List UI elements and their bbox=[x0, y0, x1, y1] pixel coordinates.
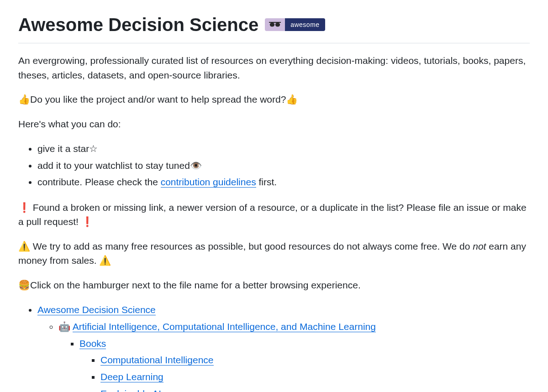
heres-what-text: Here's what you can do: bbox=[18, 117, 530, 131]
warning-icon: ⚠️ bbox=[18, 241, 30, 251]
hamburger-tip-text: Click on the hamburger next to the file … bbox=[30, 280, 361, 290]
svg-point-0 bbox=[270, 22, 274, 26]
toc-item: 🤖 Artificial Intelligence, Computational… bbox=[58, 319, 530, 392]
thumbs-up-icon: 👍 bbox=[286, 94, 298, 105]
toc-item: Books Computational Intelligence Deep Le… bbox=[79, 336, 530, 392]
page-title: Awesome Decision Science awesome bbox=[18, 11, 530, 43]
action-contribute: contribute. Please check the contributio… bbox=[37, 174, 530, 190]
toc-deep-link[interactable]: Deep Learning bbox=[100, 371, 163, 382]
toc-books-link[interactable]: Books bbox=[79, 338, 106, 349]
readme-document: Awesome Decision Science awesome An ever… bbox=[0, 11, 548, 392]
toc-xai-link[interactable]: Explainable AI bbox=[100, 388, 161, 392]
action-list: give it a star☆ add it to your watchlist… bbox=[18, 141, 530, 190]
toc-compint-link[interactable]: Computational Intelligence bbox=[100, 355, 214, 366]
robot-icon: 🤖 bbox=[58, 321, 70, 332]
free-resources-notice: ⚠️ We try to add as many free resources … bbox=[18, 239, 530, 268]
like-prompt: 👍Do you like the project and/or want to … bbox=[18, 92, 530, 107]
awesome-badge[interactable]: awesome bbox=[265, 18, 325, 31]
toc-root-link[interactable]: Awesome Decision Science bbox=[37, 304, 156, 315]
contribute-prefix: contribute. Please check the bbox=[37, 177, 161, 187]
table-of-contents: Awesome Decision Science 🤖 Artificial In… bbox=[18, 302, 530, 392]
free-notice-pre: We try to add as many free resources as … bbox=[30, 241, 473, 251]
free-notice-em: not bbox=[473, 241, 486, 251]
thumbs-up-icon: 👍 bbox=[18, 94, 30, 105]
toc-item: Awesome Decision Science 🤖 Artificial In… bbox=[37, 302, 530, 392]
toc-ai-link[interactable]: Artificial Intelligence, Computational I… bbox=[73, 321, 376, 332]
toc-item: Deep Learning bbox=[100, 369, 530, 385]
title-text: Awesome Decision Science bbox=[18, 11, 258, 38]
contribute-suffix: first. bbox=[256, 177, 277, 187]
hamburger-icon: 🍔 bbox=[18, 280, 30, 290]
toc-item: Explainable AI bbox=[100, 386, 530, 392]
toc-item: Computational Intelligence bbox=[100, 352, 530, 368]
contribution-guidelines-link[interactable]: contribution guidelines bbox=[161, 177, 256, 188]
like-prompt-text: Do you like the project and/or want to h… bbox=[30, 94, 286, 105]
intro-paragraph: An evergrowing, professionally curated l… bbox=[18, 53, 530, 82]
action-watch: add it to your watchlist to stay tuned👁️ bbox=[37, 158, 530, 174]
exclamation-icon: ❗ bbox=[81, 216, 93, 227]
warning-icon: ⚠️ bbox=[99, 255, 111, 266]
sunglasses-icon bbox=[265, 18, 285, 31]
broken-link-text: Found a broken or missing link, a newer … bbox=[18, 202, 527, 227]
svg-point-1 bbox=[275, 22, 280, 26]
hamburger-tip: 🍔Click on the hamburger next to the file… bbox=[18, 278, 530, 293]
exclamation-icon: ❗ bbox=[18, 202, 30, 213]
badge-label: awesome bbox=[285, 18, 325, 31]
broken-link-notice: ❗ Found a broken or missing link, a newe… bbox=[18, 200, 530, 229]
action-star: give it a star☆ bbox=[37, 141, 530, 157]
